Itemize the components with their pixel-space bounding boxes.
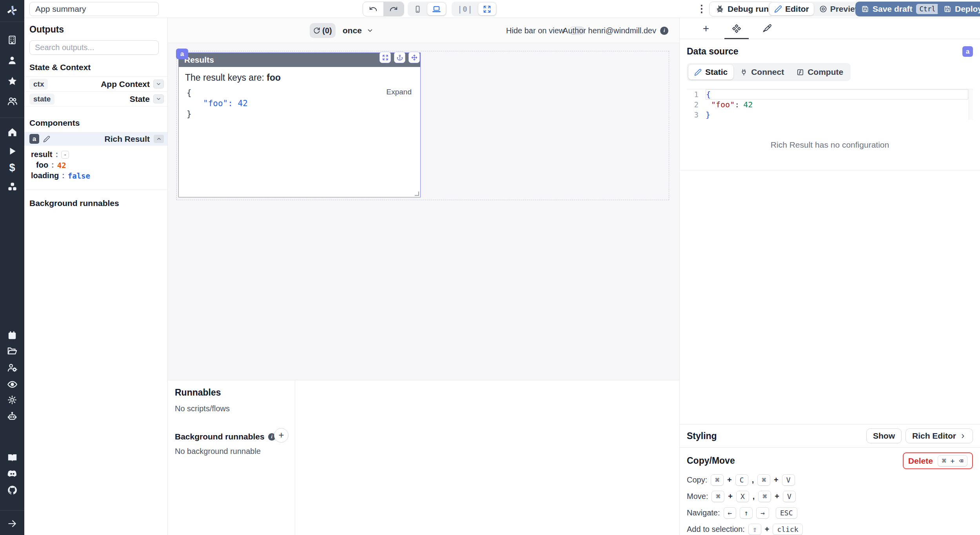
component-collapse-button[interactable]: [154, 135, 164, 143]
copy-move-title: Copy/Move: [687, 455, 735, 466]
navigate-label: Navigate:: [687, 508, 720, 517]
windmill-logo[interactable]: [0, 4, 24, 17]
sidebar-item-settings[interactable]: [0, 393, 24, 407]
component-expand-button[interactable]: [379, 52, 391, 63]
kbd-ctrl: Ctrl: [916, 4, 939, 14]
info-icon[interactable]: i: [660, 27, 668, 35]
rich-result-component[interactable]: a Results The result keys are: foo Expan…: [178, 52, 421, 197]
guides-button[interactable]: |0|: [453, 3, 477, 15]
component-move-handle[interactable]: [408, 52, 420, 63]
kbd-cmd: ⌘: [711, 491, 724, 502]
edit-id-pencil-icon[interactable]: [43, 136, 50, 143]
refresh-mode-select[interactable]: once: [343, 23, 374, 38]
refresh-button[interactable]: (0): [310, 23, 336, 38]
app-summary-input[interactable]: [29, 2, 159, 16]
sidebar-item-github[interactable]: [0, 483, 24, 497]
styling-title: Styling: [687, 431, 717, 441]
add-background-runnable-button[interactable]: +: [274, 428, 289, 443]
component-anchor-button[interactable]: [394, 52, 405, 63]
fullwidth-button[interactable]: [478, 3, 496, 15]
background-runnables-title: Background runnables: [29, 199, 162, 208]
result-keys-prefix: The result keys are:: [185, 72, 267, 83]
runnables-panel: Runnables No scripts/flows Background ru…: [168, 380, 295, 535]
sidebar-item-favorites[interactable]: [0, 74, 24, 88]
static-tab[interactable]: Static: [688, 65, 733, 80]
guides-icon: |0|: [457, 4, 473, 14]
kbd-x: X: [736, 491, 749, 502]
editor-mode-tab[interactable]: Editor: [769, 3, 814, 15]
sidebar-item-discord[interactable]: [0, 467, 24, 480]
sidebar-item-folders[interactable]: [0, 344, 24, 358]
json-code-editor[interactable]: 1 { 2 "foo":42 3 }: [687, 89, 973, 120]
paintbrush-icon: [762, 24, 772, 33]
bg-runnables-title: Background runnables: [175, 432, 265, 441]
mobile-view-button[interactable]: [409, 3, 426, 15]
editor-line-1[interactable]: 1 {: [687, 89, 968, 99]
sidebar-item-resources[interactable]: [0, 180, 24, 193]
shortcut-row-navigate: Navigate: ← ↑ → ESC: [687, 507, 973, 519]
sidebar-item-variables[interactable]: $: [0, 161, 24, 174]
sidebar-item-ai[interactable]: [0, 410, 24, 423]
state-expand-button[interactable]: [153, 94, 164, 103]
search-outputs-input[interactable]: [29, 40, 159, 55]
plug-icon: [740, 69, 748, 76]
bottom-panel: Runnables No scripts/flows Background ru…: [168, 380, 679, 535]
json-open-brace: {: [187, 88, 412, 98]
connect-tab[interactable]: Connect: [734, 65, 790, 80]
kbd-shift: ⇧: [748, 524, 761, 535]
redo-icon: [389, 5, 398, 13]
sidebar-item-user[interactable]: [0, 54, 24, 67]
line-number: 2: [687, 100, 699, 109]
component-badge[interactable]: a: [176, 49, 188, 59]
more-menu-button[interactable]: ⋮: [696, 3, 708, 15]
canvas-options-group: |0|: [452, 2, 497, 16]
component-output-row[interactable]: a Rich Result: [24, 132, 167, 146]
undo-icon: [369, 5, 377, 13]
tree-row-loading[interactable]: loading : false: [31, 170, 167, 181]
component-output-tree: result : - foo : 42 loading : false: [24, 146, 167, 186]
output-row-state[interactable]: state State: [24, 92, 167, 107]
app-canvas[interactable]: a Results The result keys are: foo Expan…: [168, 43, 679, 380]
editor-line-3[interactable]: 3 }: [687, 110, 968, 120]
sidebar-item-workspace[interactable]: [0, 33, 24, 47]
desktop-view-button[interactable]: [427, 3, 446, 15]
rich-editor-button[interactable]: Rich Editor: [906, 428, 973, 443]
component-settings-tab[interactable]: [721, 18, 752, 39]
sidebar-item-schedules[interactable]: [0, 329, 24, 342]
tree-row-foo[interactable]: foo : 42: [31, 160, 167, 170]
collapse-result-button[interactable]: -: [61, 151, 69, 159]
deploy-button[interactable]: Deploy: [938, 2, 980, 16]
insert-component-tab[interactable]: +: [691, 18, 721, 39]
component-title: Results: [184, 55, 214, 65]
output-row-ctx[interactable]: ctx App Context: [24, 77, 167, 92]
resize-handle[interactable]: [415, 192, 419, 196]
move-label: Move:: [687, 492, 708, 501]
expand-link[interactable]: Expand: [387, 88, 412, 96]
sidebar-item-home[interactable]: [0, 125, 24, 139]
author-label: Author henri@windmill.dev: [563, 26, 656, 35]
undo-button[interactable]: [363, 2, 383, 16]
copy-move-section: Copy/Move Delete ⌘ + ⌫ Copy: ⌘ + C , ⌘ +…: [680, 447, 980, 535]
deploy-label: Deploy: [955, 4, 980, 14]
loading-value: false: [68, 172, 90, 180]
result-keys-line: The result keys are: foo: [185, 72, 414, 83]
json-close-brace: }: [187, 109, 412, 119]
styling-tab[interactable]: [752, 18, 782, 39]
show-styling-button[interactable]: Show: [866, 428, 902, 443]
sidebar-item-users[interactable]: [0, 94, 24, 108]
redo-button[interactable]: [383, 2, 404, 16]
sidebar-item-runs[interactable]: [0, 145, 24, 158]
tree-row-result[interactable]: result : -: [31, 149, 167, 160]
sidebar-item-audit[interactable]: [0, 378, 24, 391]
editor-scrollbar[interactable]: [969, 89, 973, 120]
result-json-viewer[interactable]: { "foo": 42 }: [185, 87, 414, 120]
sidebar-item-docs[interactable]: [0, 451, 24, 464]
sidebar-item-groups[interactable]: [0, 361, 24, 374]
ctx-expand-button[interactable]: [153, 80, 164, 89]
state-badge: state: [29, 94, 54, 105]
debug-runs-label: Debug runs: [728, 4, 773, 14]
editor-line-2[interactable]: 2 "foo":42: [687, 99, 968, 110]
delete-component-button[interactable]: Delete ⌘ + ⌫: [903, 452, 973, 469]
compute-tab[interactable]: Compute: [791, 65, 849, 80]
sidebar-expand-arrow-icon[interactable]: [0, 517, 24, 530]
